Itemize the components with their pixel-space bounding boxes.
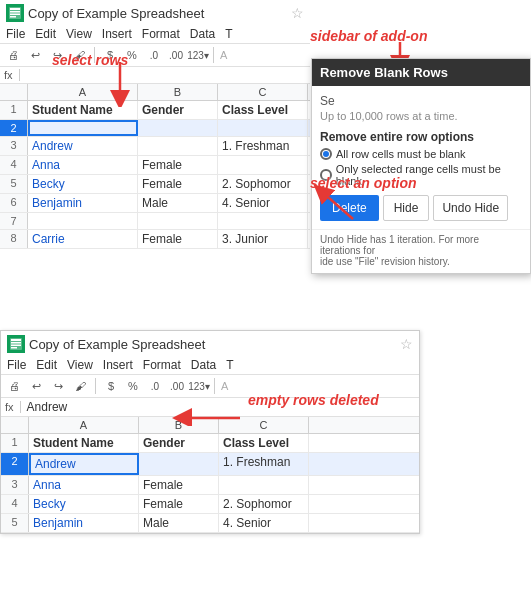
table-row: 1 Student Name Gender Class Level: [1, 434, 419, 453]
cell-bc5[interactable]: 4. Senior: [219, 514, 309, 532]
menu-insert[interactable]: Insert: [102, 27, 132, 41]
bottom-formula-value: Andrew: [27, 400, 68, 414]
cell-c3[interactable]: 1. Freshman: [218, 137, 308, 155]
bottom-column-header-row: A B C: [1, 417, 419, 434]
menu-data[interactable]: Data: [190, 27, 215, 41]
bottom-dec-increase[interactable]: .00: [168, 377, 186, 395]
cell-a5[interactable]: Becky: [28, 175, 138, 193]
cell-c5[interactable]: 2. Sophomor: [218, 175, 308, 193]
cell-a8[interactable]: Carrie: [28, 230, 138, 248]
menu-format[interactable]: Format: [142, 27, 180, 41]
cell-b3[interactable]: [138, 137, 218, 155]
annotation-select-option: select an option: [310, 175, 417, 191]
cell-a1[interactable]: Student Name: [28, 101, 138, 119]
cell-a6[interactable]: Benjamin: [28, 194, 138, 212]
menu-view[interactable]: View: [66, 27, 92, 41]
cell-c8[interactable]: 3. Junior: [218, 230, 308, 248]
row-number: 7: [0, 213, 28, 229]
bottom-toolbar-divider-2: [214, 378, 215, 394]
row-number: 1: [1, 434, 29, 452]
dec-decrease-icon[interactable]: .0: [145, 46, 163, 64]
cell-bc2[interactable]: 1. Freshman: [219, 453, 309, 475]
cell-c7[interactable]: [218, 213, 308, 229]
cell-bc4[interactable]: 2. Sophomor: [219, 495, 309, 513]
star-icon[interactable]: ☆: [291, 5, 304, 21]
zoom-selector[interactable]: 123▾: [189, 46, 207, 64]
cell-b5[interactable]: Female: [138, 175, 218, 193]
table-row: 3 Andrew 1. Freshman: [0, 137, 310, 156]
cell-b1[interactable]: Gender: [138, 101, 218, 119]
menu-edit[interactable]: Edit: [35, 27, 56, 41]
col-header-b: B: [138, 84, 218, 100]
sheets-icon: [6, 4, 24, 22]
dec-increase-icon[interactable]: .00: [167, 46, 185, 64]
bottom-menu-format[interactable]: Format: [143, 358, 181, 372]
cell-bc1[interactable]: Class Level: [219, 434, 309, 452]
print-icon[interactable]: 🖨: [4, 46, 22, 64]
menu-file[interactable]: File: [6, 27, 25, 41]
cell-ba3[interactable]: Anna: [29, 476, 139, 494]
cell-bc3[interactable]: [219, 476, 309, 494]
cell-ba1[interactable]: Student Name: [29, 434, 139, 452]
addon-buttons: Delete Hide Undo Hide: [320, 195, 522, 221]
bottom-star-icon[interactable]: ☆: [400, 336, 413, 352]
undo-hide-button[interactable]: Undo Hide: [433, 195, 508, 221]
row-number: 3: [1, 476, 29, 494]
bottom-dollar-icon[interactable]: $: [102, 377, 120, 395]
bottom-dec-decrease[interactable]: .0: [146, 377, 164, 395]
hide-button[interactable]: Hide: [383, 195, 430, 221]
svg-rect-12: [11, 347, 17, 349]
cell-c6[interactable]: 4. Senior: [218, 194, 308, 212]
cell-b8[interactable]: Female: [138, 230, 218, 248]
radio-item-all-blank[interactable]: All row cells must be blank: [320, 148, 522, 160]
delete-button[interactable]: Delete: [320, 195, 379, 221]
cell-c4[interactable]: [218, 156, 308, 174]
bottom-menu-file[interactable]: File: [7, 358, 26, 372]
menu-more[interactable]: T: [225, 27, 232, 41]
row-number: 1: [0, 101, 28, 119]
bottom-zoom[interactable]: 123▾: [190, 377, 208, 395]
cell-bb5[interactable]: Male: [139, 514, 219, 532]
cell-c1[interactable]: Class Level: [218, 101, 308, 119]
undo-icon[interactable]: ↩: [26, 46, 44, 64]
cell-b4[interactable]: Female: [138, 156, 218, 174]
cell-c2[interactable]: [218, 120, 308, 136]
cell-bb3[interactable]: Female: [139, 476, 219, 494]
bottom-grid: A B C 1 Student Name Gender Class Level …: [1, 417, 419, 533]
cell-b7[interactable]: [138, 213, 218, 229]
col-header-c: C: [218, 84, 308, 100]
bottom-paint-format-icon[interactable]: 🖌: [71, 377, 89, 395]
cell-a3[interactable]: Andrew: [28, 137, 138, 155]
svg-rect-2: [10, 11, 20, 13]
cell-bb4[interactable]: Female: [139, 495, 219, 513]
bottom-undo-icon[interactable]: ↩: [27, 377, 45, 395]
bottom-redo-icon[interactable]: ↪: [49, 377, 67, 395]
more-formats[interactable]: A: [220, 49, 227, 61]
cell-ba5[interactable]: Benjamin: [29, 514, 139, 532]
cell-a2[interactable]: [28, 120, 138, 136]
bottom-percent-icon[interactable]: %: [124, 377, 142, 395]
bottom-print-icon[interactable]: 🖨: [5, 377, 23, 395]
cell-b6[interactable]: Male: [138, 194, 218, 212]
cell-bb1[interactable]: Gender: [139, 434, 219, 452]
cell-a7[interactable]: [28, 213, 138, 229]
cell-a4[interactable]: Anna: [28, 156, 138, 174]
table-row: 8 Carrie Female 3. Junior: [0, 230, 310, 249]
bottom-menu-insert[interactable]: Insert: [103, 358, 133, 372]
table-row: 4 Anna Female: [0, 156, 310, 175]
cell-b2[interactable]: [138, 120, 218, 136]
table-row: 7: [0, 213, 310, 230]
bottom-menu-bar: File Edit View Insert Format Data T: [1, 357, 419, 374]
bottom-menu-edit[interactable]: Edit: [36, 358, 57, 372]
bottom-menu-more[interactable]: T: [226, 358, 233, 372]
bottom-more-formats[interactable]: A: [221, 380, 228, 392]
row-number: 5: [0, 175, 28, 193]
cell-ba4[interactable]: Becky: [29, 495, 139, 513]
bottom-menu-data[interactable]: Data: [191, 358, 216, 372]
cell-bb2[interactable]: [139, 453, 219, 475]
cell-ba2[interactable]: Andrew: [29, 453, 139, 475]
addon-panel: Remove Blank Rows Se Up to 10,000 rows a…: [311, 58, 531, 274]
radio-dot-selected: [320, 148, 332, 160]
bottom-menu-view[interactable]: View: [67, 358, 93, 372]
spreadsheet-title: Copy of Example Spreadsheet: [28, 6, 287, 21]
